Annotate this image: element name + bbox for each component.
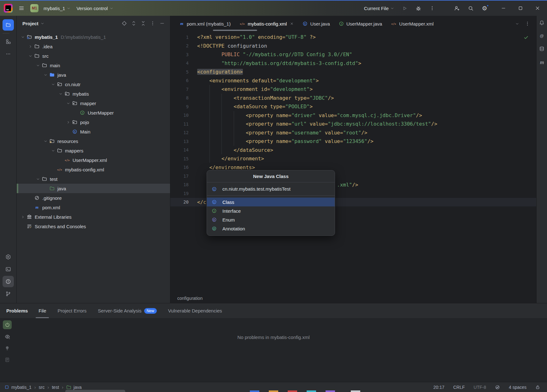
close-window-button[interactable] [533, 4, 542, 13]
chevron-down-icon[interactable] [27, 52, 34, 59]
chevron-down-icon[interactable] [57, 90, 64, 97]
open-report-button[interactable] [3, 355, 12, 364]
problems-tab-vulnerable-dependencies[interactable]: Vulnerable Dependencies [168, 303, 222, 318]
ai-assistant-button[interactable]: @ [539, 33, 544, 40]
tree-item-main[interactable]: main [17, 61, 170, 70]
status-caret-position[interactable]: 20:17 [433, 385, 444, 390]
status-breadcrumb-src[interactable]: src [39, 385, 45, 390]
collapse-all-button[interactable] [139, 19, 147, 27]
chevron-down-icon[interactable] [42, 71, 49, 78]
chevron-down-icon[interactable] [50, 81, 56, 88]
chevron-down-icon[interactable] [42, 138, 49, 145]
problems-tool-window-button[interactable] [3, 276, 14, 287]
tab-user-java[interactable]: CUser.java [298, 16, 334, 32]
tree-item-mapper[interactable]: mapper [17, 98, 170, 108]
popup-item-class[interactable]: CClass [207, 198, 335, 206]
close-tab-icon[interactable] [290, 22, 294, 26]
code-with-me-button[interactable] [452, 4, 461, 13]
more-tool-windows-button[interactable] [3, 48, 14, 60]
run-button[interactable] [400, 4, 409, 13]
popup-item-enum[interactable]: EEnum [207, 215, 335, 224]
chevron-down-icon[interactable] [34, 175, 41, 182]
services-tool-window-button[interactable] [3, 251, 14, 263]
inspection-status-check-icon[interactable] [523, 35, 529, 41]
search-everywhere-button[interactable] [466, 4, 475, 13]
status-breadcrumb-test[interactable]: test [52, 385, 59, 390]
status-highlighting-level[interactable] [495, 385, 500, 390]
tree-item-usermapper-xml[interactable]: </>UserMapper.xml [17, 155, 170, 165]
project-options-button[interactable] [149, 19, 157, 27]
project-tool-window-button[interactable] [3, 19, 14, 31]
tree-item-src[interactable]: src [17, 51, 170, 61]
status-file-encoding[interactable]: UTF-8 [473, 385, 486, 390]
tree-item-gitignore[interactable]: .gitignore [17, 193, 170, 203]
hide-project-panel-button[interactable] [158, 19, 166, 27]
tree-item-mybatis-1[interactable]: mybatis_1D:\mybatis\mybatis_1 [17, 32, 170, 42]
problems-tab-project-errors[interactable]: Project Errors [58, 303, 87, 318]
tree-item-resources[interactable]: resources [17, 136, 170, 146]
terminal-tool-window-button[interactable] [3, 264, 14, 275]
structure-tool-window-button[interactable] [3, 36, 14, 47]
minimize-window-button[interactable] [499, 4, 508, 13]
run-configuration-selector[interactable]: Current File [363, 4, 395, 12]
chevron-down-icon[interactable] [34, 62, 41, 69]
tree-item-idea[interactable]: .idea [17, 42, 170, 51]
quick-fixes-button[interactable] [3, 344, 12, 353]
intellij-logo-icon[interactable] [4, 4, 13, 13]
popup-item-interface[interactable]: IInterface [207, 206, 335, 215]
tab-usermapper-java[interactable]: IUserMapper.java [334, 16, 386, 32]
project-panel-title[interactable]: Project [22, 21, 38, 26]
status-file-writable[interactable] [535, 385, 540, 389]
expand-all-button[interactable] [130, 19, 138, 27]
database-tool-window-button[interactable] [539, 46, 544, 53]
problems-tab-server-side-analysis[interactable]: Server-Side AnalysisNew [98, 303, 156, 318]
tree-item-scratches-and-consoles[interactable]: Scratches and Consoles [17, 222, 170, 231]
chevron-down-icon[interactable] [40, 21, 44, 26]
main-menu-button[interactable] [17, 4, 26, 13]
inspections-power-button[interactable] [3, 320, 12, 329]
chevron-right-icon[interactable] [27, 43, 34, 50]
class-name-input[interactable]: C cn.niutr.mybatis.test.mybatisTest [207, 182, 335, 196]
maven-tool-window-button[interactable]: m [539, 59, 545, 67]
code-editor[interactable]: 1<?xml version="1.0" encoding="UTF-8" ?>… [170, 32, 536, 294]
more-actions-button[interactable] [428, 4, 437, 13]
chevron-down-icon[interactable] [50, 147, 56, 154]
tree-item-java[interactable]: java [17, 70, 170, 80]
tree-item-test[interactable]: test [17, 174, 170, 184]
problems-panel-title[interactable]: Problems [6, 308, 28, 313]
status-breadcrumb-java[interactable]: java [66, 385, 82, 390]
chevron-right-icon[interactable] [19, 213, 26, 220]
tab-list-dropdown[interactable] [515, 22, 519, 26]
popup-item-annotation[interactable]: @Annotation [207, 224, 335, 233]
tree-item-mybatis[interactable]: mybatis [17, 89, 170, 98]
tree-item-pom-xml[interactable]: mpom.xml [17, 203, 170, 212]
tree-item-usermapper[interactable]: IUserMapper [17, 108, 170, 117]
select-opened-file-button[interactable] [120, 19, 128, 27]
tree-item-java[interactable]: java [17, 184, 170, 193]
tree-item-external-libraries[interactable]: External Libraries [17, 212, 170, 222]
tree-item-cn-niutr[interactable]: cn.niutr [17, 80, 170, 89]
tab-pom-xml-mybatis-1[interactable]: mpom.xml (mybatis_1) [175, 16, 235, 32]
settings-button[interactable]: ⚙ [480, 4, 489, 13]
chevron-down-icon[interactable] [65, 100, 72, 107]
version-control-tool-window-button[interactable] [3, 288, 14, 300]
chevron-down-icon[interactable] [19, 33, 26, 40]
status-indent-style[interactable]: 4 spaces [509, 385, 526, 390]
notifications-button[interactable] [539, 20, 544, 27]
problems-tab-file[interactable]: File [38, 303, 46, 318]
debug-button[interactable] [414, 4, 423, 13]
breadcrumb-item[interactable]: configuration [177, 296, 203, 301]
status-line-ending[interactable]: CRLF [453, 385, 465, 390]
maximize-window-button[interactable] [516, 4, 525, 13]
chevron-right-icon[interactable] [65, 119, 72, 126]
tree-item-pojo[interactable]: pojo [17, 117, 170, 127]
tree-item-main[interactable]: CMain [17, 127, 170, 136]
tree-item-mybatis-config-xml[interactable]: </>mybatis-config.xml [17, 165, 170, 174]
project-menu[interactable]: mybatis_1 [43, 4, 71, 12]
status-breadcrumb-mybatis-1[interactable]: mybatis_1 [4, 385, 32, 390]
tab-usermapper-xml[interactable]: </>UserMapper.xml [386, 16, 438, 32]
tab-options-button[interactable] [525, 21, 530, 26]
tree-item-mappers[interactable]: mappers [17, 146, 170, 155]
tab-mybatis-config-xml[interactable]: </>mybatis-config.xml [235, 16, 298, 32]
vcs-menu[interactable]: Version control [76, 4, 114, 12]
